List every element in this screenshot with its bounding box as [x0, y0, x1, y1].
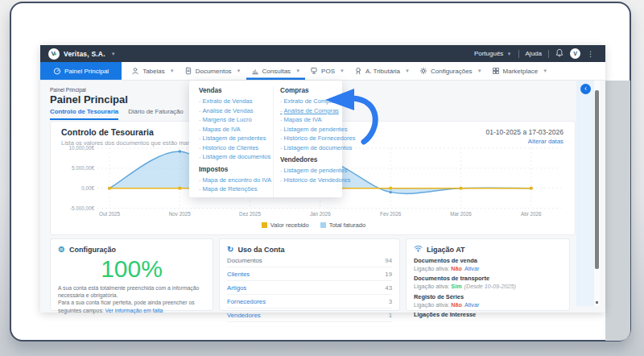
legend-swatch — [262, 222, 267, 228]
at-entry-name: Ligações de Interesse — [414, 311, 562, 318]
nav-item-tabelas[interactable]: Tabelas▼ — [126, 62, 180, 80]
kebab-menu-icon[interactable]: ⋮ — [587, 50, 594, 58]
dash-bullet: - — [280, 126, 283, 133]
menu-item-margens-de-lucro[interactable]: -Margens de Lucro — [199, 115, 273, 125]
legend-swatch — [320, 222, 326, 228]
scrollbar-thumb[interactable] — [595, 90, 599, 269]
menu-item-mapa-de-encontro-do-iva[interactable]: -Mapa de encontro do IVA — [199, 176, 273, 185]
menu-item-extrato-de-vendas[interactable]: -Extrato de Vendas — [199, 97, 273, 106]
tab-controlo-de-tesouraria[interactable]: Controlo de Tesouraria — [50, 108, 118, 120]
menu-item-mapas-de-iva[interactable]: -Mapas de IVA — [199, 125, 273, 135]
menu-item-an-lise-de-vendas[interactable]: -Análise de Vendas — [199, 106, 273, 116]
dash-bullet: - — [280, 176, 283, 184]
stage: V● Veritas, S.A. ▼ Português ▼ Ajuda V ⋮… — [0, 0, 644, 356]
annotation-arrow — [316, 82, 383, 147]
summary-cards: ⚙ Configuração 100% A sua conta está tot… — [50, 238, 576, 311]
scrollbar-arrow[interactable] — [596, 301, 598, 304]
dash-bullet: - — [199, 126, 201, 133]
missing-info-link[interactable]: Ver informação em falta — [105, 308, 163, 313]
at-entry: Documentos de transporteLigação ativa: S… — [414, 275, 562, 290]
chevron-down-icon: ▼ — [295, 68, 300, 73]
dashboard-icon — [53, 67, 61, 75]
app-scrollbar[interactable] — [594, 81, 600, 306]
nav-item-label: POS — [321, 68, 335, 75]
pos-terminal-icon — [310, 67, 318, 75]
usage-label[interactable]: Fornecedores — [227, 298, 266, 305]
svg-text:Out 2025: Out 2025 — [99, 211, 120, 217]
company-logo-icon: V● — [48, 48, 60, 60]
usage-value: 94 — [385, 257, 392, 264]
dash-bullet: - — [280, 97, 283, 105]
at-entry: Registo de SériesLigação ativa: NãoAtiva… — [414, 293, 562, 308]
dash-bullet: - — [199, 176, 201, 184]
menu-item-listagem-de-documentos[interactable]: -Listagem de documentos — [199, 152, 273, 162]
user-avatar[interactable]: V — [570, 48, 580, 59]
at-entry-name: Documentos de venda — [414, 257, 562, 264]
wifi-icon — [414, 245, 423, 254]
usage-label[interactable]: Clientes — [227, 271, 250, 278]
menu-item-listagem-de-pendentes[interactable]: -Listagem de pendentes — [280, 166, 342, 176]
nav-item-a-tribut-ria[interactable]: A. Tributária▼ — [349, 62, 415, 80]
card-title: Uso da Conta — [237, 246, 284, 254]
chevron-down-icon: ▼ — [507, 52, 512, 56]
activate-link[interactable]: Ativar — [464, 301, 479, 308]
dash-bullet: - — [199, 153, 201, 160]
at-entry: Documentos de vendaLigação ativa: NãoAti… — [414, 257, 562, 272]
at-entry-status: Ligação ativa: Sim(Desde 10-09-2025) — [414, 283, 562, 290]
usage-label[interactable]: Artigos — [227, 284, 246, 292]
tab-di-rio-de-fatura-o[interactable]: Diário de Faturação — [128, 108, 183, 120]
svg-text:Nov 2025: Nov 2025 — [169, 211, 191, 217]
notifications-bell-icon[interactable] — [555, 48, 564, 59]
menu-item-hist-rico-de-clientes[interactable]: -Histórico de Clientes — [199, 143, 273, 153]
language-selector[interactable]: Português ▼ — [474, 50, 512, 57]
company-selector[interactable]: V● Veritas, S.A. ▼ — [48, 48, 116, 60]
nav-item-label: Tabelas — [142, 68, 165, 75]
dash-bullet: - — [280, 135, 283, 142]
page-background-strip — [605, 81, 630, 341]
dash-bullet: - — [199, 116, 201, 123]
dash-bullet: - — [199, 144, 201, 151]
nav-item-marketplace[interactable]: Marketplace▼ — [487, 62, 553, 80]
nav-item-label: A. Tributária — [365, 68, 400, 75]
menu-item-mapa-de-reten-es[interactable]: -Mapa de Retenções — [199, 184, 273, 194]
usage-row-artigos: Artigos43 — [227, 281, 392, 295]
dash-bullet: - — [199, 107, 201, 114]
card-title: Controlo de Tesouraria — [61, 127, 154, 137]
legend-item: Total faturado — [320, 221, 365, 229]
nav-item-documentos[interactable]: Documentos▼ — [180, 62, 246, 80]
breadcrumb[interactable]: Painel Principal — [50, 87, 86, 93]
at-entry-name: Documentos de transporte — [414, 275, 562, 282]
usage-label: Documentos — [227, 257, 262, 264]
nav-item-pos[interactable]: POS▼ — [305, 62, 349, 80]
chevron-down-icon: ▼ — [170, 68, 175, 73]
dash-bullet: - — [199, 97, 201, 105]
document-icon — [184, 67, 192, 75]
chevron-down-icon: ▼ — [340, 68, 345, 73]
menu-section-title: Impostos — [199, 166, 273, 176]
grid-icon — [492, 67, 500, 75]
chevron-down-icon: ▼ — [405, 68, 410, 73]
divider — [548, 50, 549, 58]
card-title: Ligação AT — [427, 246, 465, 254]
card-title: Configuração — [69, 246, 116, 254]
usage-label[interactable]: Vendedores — [227, 312, 261, 319]
usage-row-vendedores: Vendedores1 — [227, 308, 392, 322]
change-dates-link[interactable]: Alterar datas — [528, 138, 564, 145]
menu-item-hist-rico-de-vendedores[interactable]: -Histórico de Vendedores — [280, 176, 342, 185]
menu-section-title: Vendas — [199, 87, 273, 97]
usage-value: 3 — [389, 298, 392, 305]
svg-text:Jan 2026: Jan 2026 — [310, 211, 331, 217]
help-link[interactable]: Ajuda — [526, 50, 542, 57]
nav-item-consultas[interactable]: Consultas▼ — [246, 62, 306, 80]
nav-item-configura-es[interactable]: Configurações▼ — [415, 62, 487, 80]
activate-link[interactable]: Ativar — [464, 265, 479, 272]
config-text-1: A sua conta está totalmente preenchida c… — [58, 285, 199, 298]
menu-item-listagem-de-pendentes[interactable]: -Listagem de pendentes — [199, 134, 273, 143]
usage-value: 43 — [385, 284, 392, 292]
expand-panel-button[interactable]: ‹ — [580, 84, 591, 94]
nav-item-painel-principal[interactable]: Painel Principal — [40, 62, 122, 80]
nav-item-label: Marketplace — [503, 68, 539, 75]
chevron-down-icon: ▼ — [477, 68, 482, 73]
chart-legend: Valor recebidoTotal faturado — [51, 221, 576, 229]
svg-text:5.000,00€: 5.000,00€ — [72, 165, 95, 171]
